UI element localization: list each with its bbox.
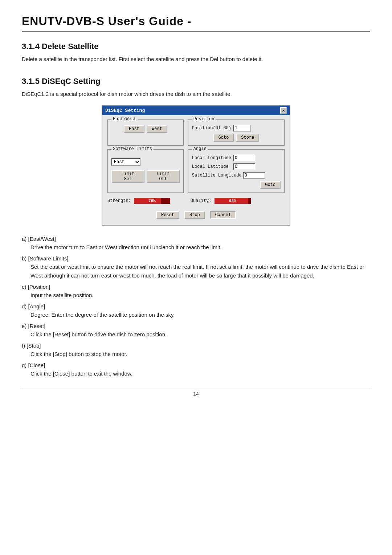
list-item-5: f) [Stop] Click the [Stop] button to sto… [22,343,370,358]
position-goto-button[interactable]: Goto [213,134,234,142]
dialog-close-button[interactable]: ✕ [280,107,287,114]
limits-btn-row: Limit Set Limit Off [111,170,180,183]
west-button[interactable]: West [147,125,167,133]
list-item-label-5: f) [Stop] [22,343,370,349]
local-latitude-input[interactable] [233,163,255,170]
position-btn-row: Goto Store [192,134,281,142]
list-item-label-2: c) [Position] [22,284,370,290]
local-longitude-row: Local Longitude [192,155,281,161]
satellite-longitude-row: Satellite Longitude [192,172,281,179]
east-west-content: East West [111,125,180,133]
list-item-label-0: a) [East/West] [22,236,370,242]
page-title: ENUTV-DVB-S User's Guide - [22,15,370,28]
angle-goto-button[interactable]: Goto [260,181,281,189]
strength-pct: 75% [134,199,170,203]
diseqc-dialog: DiSEqC Setting ✕ East/West East West [102,105,290,226]
quality-pct: 93% [215,199,251,203]
software-limits-legend: Software Limits [111,146,154,151]
reset-button[interactable]: Reset [156,211,179,219]
local-latitude-label: Local Latitude [192,164,232,169]
local-longitude-label: Local Longitude [192,155,232,161]
position-field-label: Position(01-60) [192,126,231,131]
list-item-4: e) [Reset] Click the [Reset] button to d… [22,323,370,339]
bottom-divider [22,387,370,387]
list-item-desc-2: Input the satellite position. [30,291,370,300]
local-latitude-row: Local Latitude [192,163,281,170]
satellite-longitude-label: Satellite Longitude [192,173,242,178]
position-field-row: Position(01-60) [192,125,281,131]
dialog-row-1: East/West East West Position [107,119,285,146]
satellite-longitude-input[interactable] [243,172,265,179]
dialog-footer: Reset Stop Cancel [107,209,285,220]
cancel-button[interactable]: Cancel [210,211,236,219]
dialog-body: East/West East West Position [102,115,290,225]
list-item-desc-1: Set the east or west limit to ensure the… [30,263,370,280]
list-item-label-1: b) [Software Limits] [22,255,370,262]
list-item-1: b) [Software Limits] Set the east or wes… [22,255,370,280]
list-item-desc-3: Degree: Enter the degree of the satellit… [30,311,370,319]
section-diseqc-setting: 3.1.5 DiSEqC Setting DiSEqC1.2 is a spec… [22,77,370,378]
section1-desc: Delete a satellite in the transponder li… [22,55,370,64]
list-item-label-3: d) [Angle] [22,303,370,309]
east-west-legend: East/West [111,117,138,122]
title-divider [22,31,370,32]
list-section: a) [East/West] Drive the motor turn to E… [22,236,370,378]
angle-goto-row: Goto [192,181,281,189]
limit-set-button[interactable]: Limit Set [111,170,144,183]
position-store-button[interactable]: Store [236,134,259,142]
limits-dropdown[interactable]: East West [111,158,140,166]
section-delete-satellite: 3.1.4 Delete Satellite Delete a satellit… [22,42,370,64]
list-item-2: c) [Position] Input the satellite positi… [22,284,370,300]
east-west-panel: East/West East West [107,119,184,146]
strength-label: Strength: [107,198,131,203]
angle-legend: Angle [192,146,208,151]
position-panel: Position Position(01-60) Goto Store [188,119,285,146]
east-west-btn-row: East West [111,125,180,133]
list-item-3: d) [Angle] Degree: Enter the degree of t… [22,303,370,319]
list-item-label-6: g) [Close] [22,362,370,368]
dialog-title: DiSEqC Setting [105,108,145,113]
page-number: 14 [22,391,370,397]
dialog-titlebar: DiSEqC Setting ✕ [102,106,290,115]
position-input[interactable] [233,125,251,131]
strength-bar: 75% [134,198,170,204]
angle-panel: Angle Local Longitude Local Latitude [188,149,285,193]
limit-off-button[interactable]: Limit Off [147,170,180,183]
position-content: Position(01-60) Goto Store [192,125,281,142]
meters-row: Strength: 75% Quality: 93% [107,197,285,205]
software-limits-content: East West Limit Set Limit Off [111,158,180,183]
list-item-desc-6: Click the [Close] button to exit the win… [30,369,370,378]
section2-title: 3.1.5 DiSEqC Setting [22,77,370,86]
stop-button[interactable]: Stop [184,211,205,219]
list-item-label-4: e) [Reset] [22,323,370,329]
software-limits-panel: Software Limits East West Limit Set Limi [107,149,184,193]
dialog-wrapper: DiSEqC Setting ✕ East/West East West [22,105,370,226]
list-item-desc-0: Drive the motor turn to East or West dir… [30,243,370,252]
list-item-0: a) [East/West] Drive the motor turn to E… [22,236,370,252]
quality-label: Quality: [191,198,212,203]
list-item-desc-4: Click the [Reset] button to drive the di… [30,330,370,339]
local-longitude-input[interactable] [233,155,255,161]
quality-bar: 93% [215,198,251,204]
list-item-desc-5: Click the [Stop] button to stop the moto… [30,350,370,358]
limits-dropdown-row: East West [111,158,180,166]
east-button[interactable]: East [124,125,144,133]
position-legend: Position [192,117,216,122]
dialog-row-2: Software Limits East West Limit Set Limi [107,149,285,193]
section1-title: 3.1.4 Delete Satellite [22,42,370,51]
list-item-6: g) [Close] Click the [Close] button to e… [22,362,370,378]
angle-content: Local Longitude Local Latitude Satellite… [192,155,281,189]
section2-desc: DiSEqC1.2 is a special protocol for dish… [22,90,370,98]
